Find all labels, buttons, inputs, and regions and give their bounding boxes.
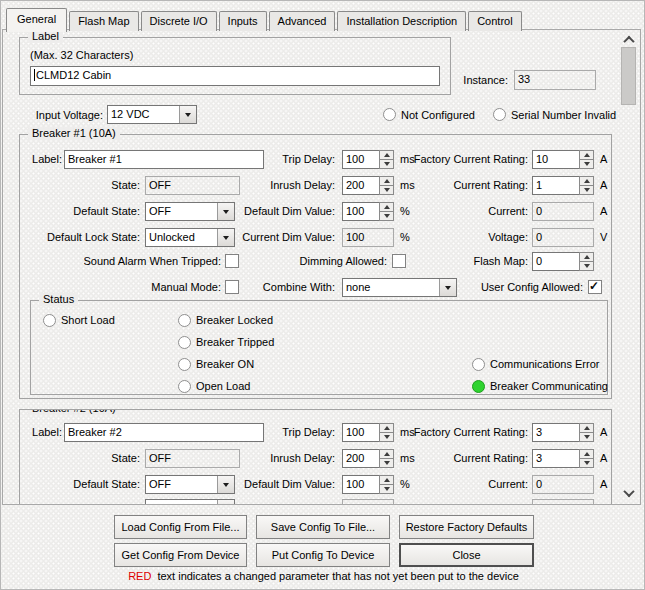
breaker2-trip-delay-value[interactable]: 100 <box>342 423 379 442</box>
arrow-up-icon <box>584 153 590 157</box>
breaker1-current-rating-spinner[interactable]: 1 <box>532 176 594 195</box>
scroll-up-button[interactable] <box>621 32 636 47</box>
put-config-button[interactable]: Put Config To Device <box>256 543 390 567</box>
breaker1-current-field: 0 <box>532 202 594 221</box>
breaker2-title: Breaker #2 (10A) <box>28 409 120 415</box>
breaker1-current-unit: A <box>600 205 607 218</box>
breaker1-inrush-delay-value[interactable]: 200 <box>342 176 379 195</box>
close-button[interactable]: Close <box>399 543 534 567</box>
footer-note-text: text indicates a changed parameter that … <box>157 570 518 582</box>
breaker1-state-label: State: <box>24 179 140 192</box>
short-load-label: Short Load <box>61 314 115 327</box>
spin-down-button[interactable] <box>579 459 594 468</box>
serial-number-invalid-label: Serial Number Invalid <box>511 109 616 122</box>
breaker1-flash-map-spinner[interactable]: 0 <box>532 252 594 271</box>
save-config-button[interactable]: Save Config To File... <box>256 515 390 539</box>
breaker2-trip-delay-label: Trip Delay: <box>180 426 335 439</box>
breaker-tripped-label: Breaker Tripped <box>196 336 274 349</box>
spin-up-button[interactable] <box>579 423 594 433</box>
breaker2-inrush-delay-label: Inrush Delay: <box>180 452 335 465</box>
tab-control[interactable]: Control <box>468 11 521 31</box>
breaker1-current-rating-value[interactable]: 1 <box>532 176 579 195</box>
input-voltage-select[interactable]: 12 VDC <box>107 105 197 124</box>
breaker-communicating-label: Breaker Communicating <box>490 380 608 393</box>
arrow-down-icon <box>584 188 590 192</box>
tab-installation-description[interactable]: Installation Description <box>337 11 466 31</box>
breaker2-voltage-field: 0 <box>532 499 594 504</box>
restore-defaults-button[interactable]: Restore Factory Defaults <box>399 515 534 539</box>
breaker-communicating-indicator <box>472 380 485 393</box>
breaker-locked-label: Breaker Locked <box>196 314 273 327</box>
get-config-button[interactable]: Get Config From Device <box>114 543 247 567</box>
breaker1-current-label: Current: <box>378 205 528 218</box>
breaker1-status-group: Status Short Load Breaker Locked Breaker… <box>30 300 608 395</box>
tab-general[interactable]: General <box>6 8 67 32</box>
breaker-tripped-indicator <box>178 336 191 349</box>
short-load-indicator <box>43 314 56 327</box>
breaker2-default-state-label: Default State: <box>24 478 140 491</box>
breaker1-default-dim-value[interactable]: 100 <box>342 202 379 221</box>
breaker2-current-rating-spinner[interactable]: 3 <box>532 449 594 468</box>
footer-red-word: RED <box>128 570 151 582</box>
spin-down-button[interactable] <box>579 160 594 169</box>
tab-flash-map[interactable]: Flash Map <box>69 11 138 31</box>
breaker2-current-label: Current: <box>378 478 528 491</box>
breaker-on-label: Breaker ON <box>196 358 254 371</box>
breaker1-title: Breaker #1 (10A) <box>28 127 120 140</box>
dropdown-button[interactable] <box>179 106 196 123</box>
breaker1-trip-delay-value[interactable]: 100 <box>342 150 379 169</box>
status-group-title: Status <box>39 293 78 306</box>
breaker2-factory-rating-value[interactable]: 3 <box>532 423 579 442</box>
chevron-down-icon <box>623 485 634 496</box>
breaker2-current-unit: A <box>600 478 607 491</box>
open-load-indicator <box>178 380 191 393</box>
label-max-chars-hint: (Max. 32 Characters) <box>30 49 133 62</box>
input-voltage-label: Input Voltage: <box>19 109 103 122</box>
breaker1-label-caption: Label: <box>24 153 62 166</box>
tab-inputs[interactable]: Inputs <box>219 11 267 31</box>
breaker1-factory-rating-spinner[interactable]: 10 <box>532 150 594 169</box>
breaker1-group: Breaker #1 (10A) Label: Breaker #1 Trip … <box>19 134 612 399</box>
arrow-up-icon <box>584 426 590 430</box>
breaker2-current-field: 0 <box>532 475 594 494</box>
load-config-button[interactable]: Load Config From File... <box>114 515 247 539</box>
not-configured-label: Not Configured <box>401 109 475 122</box>
breaker2-default-dim-value[interactable]: 100 <box>342 475 379 494</box>
breaker1-user-config-checkbox[interactable] <box>588 280 602 294</box>
breaker1-factory-rating-value[interactable]: 10 <box>532 150 579 169</box>
breaker1-voltage-unit: V <box>600 231 607 244</box>
breaker1-flash-map-value[interactable]: 0 <box>532 252 579 271</box>
footer-note: REDtext indicates a changed parameter th… <box>1 570 645 582</box>
breaker1-combine-with-label: Combine With: <box>180 281 335 294</box>
chevron-down-icon <box>185 113 191 117</box>
open-load-label: Open Load <box>196 380 250 393</box>
spin-down-button[interactable] <box>579 433 594 442</box>
scroll-down-button[interactable] <box>621 485 636 500</box>
tab-advanced[interactable]: Advanced <box>269 11 336 31</box>
device-config-dialog: General Flash Map Discrete I/O Inputs Ad… <box>0 0 645 590</box>
spin-down-button[interactable] <box>579 262 594 271</box>
breaker2-state-label: State: <box>24 452 140 465</box>
breaker2-factory-rating-label: Factory Current Rating: <box>378 426 528 439</box>
breaker1-trip-delay-label: Trip Delay: <box>180 153 335 166</box>
breaker2-group: Breaker #2 (10A) Label: Breaker #2 Trip … <box>19 409 612 504</box>
scrollbar-thumb[interactable] <box>621 47 636 105</box>
breaker2-current-rating-value[interactable]: 3 <box>532 449 579 468</box>
tab-discrete-io[interactable]: Discrete I/O <box>141 11 217 31</box>
serial-number-invalid-indicator <box>493 108 506 121</box>
arrow-up-icon <box>584 179 590 183</box>
label-input[interactable]: CLMD12 Cabin <box>30 66 440 86</box>
breaker2-inrush-delay-value[interactable]: 200 <box>342 449 379 468</box>
breaker2-default-lock-label: Default Lock State: <box>24 502 140 504</box>
spin-up-button[interactable] <box>579 150 594 160</box>
breaker1-current-rating-unit: A <box>600 179 607 192</box>
spin-up-button[interactable] <box>579 449 594 459</box>
spin-up-button[interactable] <box>579 252 594 262</box>
spin-down-button[interactable] <box>579 186 594 195</box>
spin-up-button[interactable] <box>579 176 594 186</box>
breaker2-factory-rating-spinner[interactable]: 3 <box>532 423 594 442</box>
breaker1-current-dim-label: Current Dim Value: <box>180 231 335 244</box>
breaker2-voltage-unit: V <box>600 502 607 504</box>
arrow-down-icon <box>584 162 590 166</box>
tab-bar: General Flash Map Discrete I/O Inputs Ad… <box>6 5 524 30</box>
